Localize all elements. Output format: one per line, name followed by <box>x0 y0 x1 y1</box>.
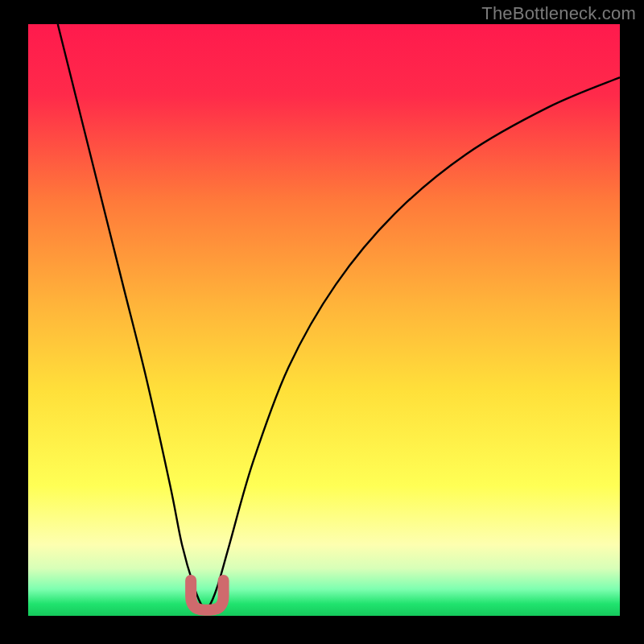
chart-svg <box>0 0 644 644</box>
chart-frame: TheBottleneck.com <box>0 0 644 644</box>
plot-background <box>28 24 620 616</box>
watermark-text: TheBottleneck.com <box>481 3 636 24</box>
